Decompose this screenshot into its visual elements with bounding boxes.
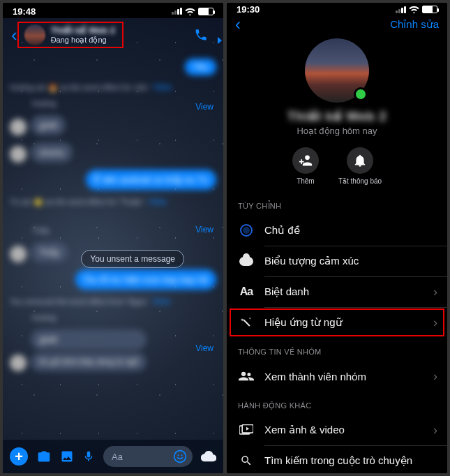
item-view-media[interactable]: Xem ảnh & video ›	[227, 415, 447, 445]
chat-settings-screen: 19:30 ‹ Chỉnh sửa Thiết kế Web 2 Hoạt độ…	[227, 3, 447, 473]
composer: + Aa	[3, 440, 223, 473]
profile-block: Thiết kế Web 2 Hoạt động hôm nay Thêm Tắ…	[227, 34, 447, 192]
battery-icon	[198, 8, 213, 15]
gallery-icon[interactable]	[60, 449, 74, 463]
chevron-right-icon: ›	[433, 285, 437, 299]
people-icon	[238, 371, 255, 381]
battery-icon	[422, 6, 437, 13]
search-icon	[238, 454, 255, 467]
add-person-icon	[292, 147, 319, 174]
theme-icon	[238, 224, 255, 237]
item-emoji[interactable]: Biểu tượng cảm xúc	[227, 246, 447, 276]
settings-header: ‹ Chỉnh sửa	[227, 15, 447, 34]
add-member-button[interactable]: Thêm	[292, 147, 319, 185]
message-input[interactable]: Aa	[103, 446, 193, 467]
cloud-icon	[238, 257, 255, 266]
chevron-right-icon: ›	[433, 423, 437, 438]
presence-dot	[354, 87, 368, 101]
status-bar: 19:48	[3, 3, 223, 18]
emoji-icon[interactable]	[173, 449, 187, 463]
chevron-right-icon: ›	[433, 369, 437, 384]
chat-header-profile[interactable]: Thiết kế Web 2 Đang hoạt động	[22, 23, 119, 47]
chat-screen: 19:48 ‹ Thiết kế Web 2 Đang hoạt động	[3, 3, 223, 473]
chat-title: Thiết kế Web 2	[51, 25, 115, 36]
mic-icon[interactable]	[82, 449, 95, 464]
back-button[interactable]: ‹	[235, 15, 241, 34]
section-group-info: THÔNG TIN VỀ NHÓM	[227, 338, 447, 361]
activity-status: Hoạt động hôm nay	[297, 126, 377, 136]
item-word-effects[interactable]: Hiệu ứng từ ngữ ›	[227, 307, 447, 338]
svg-point-1	[177, 454, 179, 456]
cellular-icon	[172, 8, 182, 15]
wifi-icon	[409, 6, 419, 13]
item-search-conversation[interactable]: Tìm kiếm trong cuộc trò chuyện	[227, 445, 447, 473]
view-link[interactable]: View	[195, 102, 213, 112]
edit-button[interactable]: Chỉnh sửa	[390, 18, 439, 31]
wand-icon	[238, 316, 255, 329]
view-link[interactable]: View	[195, 343, 213, 353]
chevron-right-icon: ›	[433, 315, 437, 330]
media-icon	[238, 424, 255, 436]
item-view-members[interactable]: Xem thành viên nhóm ›	[227, 361, 447, 392]
bell-icon	[347, 147, 373, 174]
item-theme[interactable]: Chủ đề	[227, 215, 447, 246]
mute-button[interactable]: Tắt thông báo	[338, 147, 382, 185]
chat-header: ‹ Thiết kế Web 2 Đang hoạt động	[3, 18, 223, 52]
avatar[interactable]	[305, 38, 369, 103]
wifi-icon	[185, 8, 195, 15]
view-link[interactable]: View	[195, 225, 213, 235]
section-customize: TÙY CHỈNH	[227, 192, 447, 215]
status-time: 19:30	[237, 4, 260, 15]
unsent-pill: You unsent a message	[81, 250, 184, 268]
status-time: 19:48	[13, 6, 36, 17]
status-bar: 19:30	[227, 3, 447, 15]
text-icon: Aa	[238, 285, 255, 298]
group-name: Thiết kế Web 2	[287, 108, 387, 124]
sticker-icon[interactable]	[201, 451, 216, 462]
svg-point-0	[174, 451, 186, 463]
chat-subtitle: Đang hoạt động	[51, 36, 115, 45]
call-icon[interactable]	[194, 28, 208, 42]
more-actions-button[interactable]: +	[10, 447, 28, 466]
input-placeholder: Aa	[112, 452, 123, 462]
item-nickname[interactable]: Aa Biệt danh ›	[227, 276, 447, 307]
svg-point-2	[181, 454, 182, 456]
avatar	[24, 24, 45, 45]
section-other-actions: HÀNH ĐỘNG KHÁC	[227, 392, 447, 415]
camera-icon[interactable]	[36, 449, 52, 463]
back-button[interactable]: ‹	[7, 22, 22, 49]
cellular-icon	[396, 6, 406, 13]
